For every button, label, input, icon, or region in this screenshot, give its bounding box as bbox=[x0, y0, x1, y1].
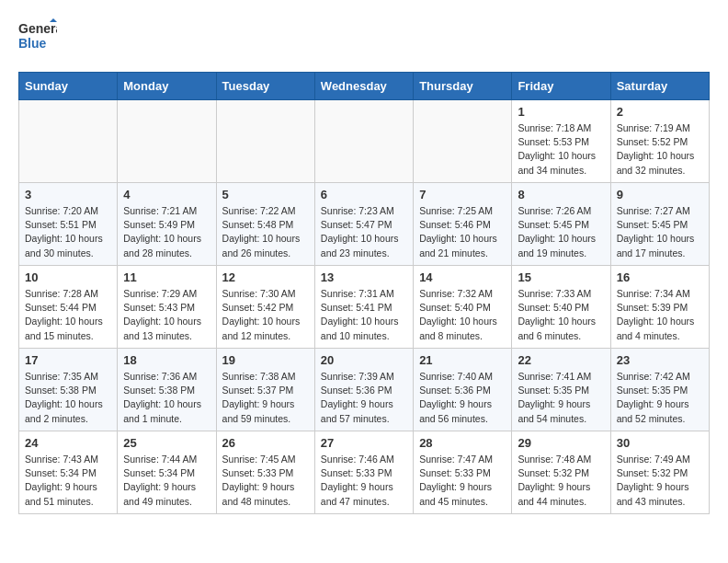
day-number: 29 bbox=[518, 436, 604, 450]
calendar-day: 27Sunrise: 7:46 AMSunset: 5:33 PMDayligh… bbox=[314, 431, 413, 514]
day-number: 13 bbox=[321, 270, 407, 284]
day-info: Sunrise: 7:23 AMSunset: 5:47 PMDaylight:… bbox=[321, 204, 407, 260]
day-info: Sunrise: 7:36 AMSunset: 5:38 PMDaylight:… bbox=[123, 370, 210, 426]
calendar-week-5: 24Sunrise: 7:43 AMSunset: 5:34 PMDayligh… bbox=[19, 431, 710, 514]
day-number: 22 bbox=[518, 353, 604, 367]
day-header-wednesday: Wednesday bbox=[314, 73, 413, 100]
day-info: Sunrise: 7:27 AMSunset: 5:45 PMDaylight:… bbox=[617, 204, 703, 260]
calendar-day bbox=[216, 100, 314, 183]
day-number: 18 bbox=[123, 353, 210, 367]
day-info: Sunrise: 7:21 AMSunset: 5:49 PMDaylight:… bbox=[123, 204, 210, 260]
day-info: Sunrise: 7:29 AMSunset: 5:43 PMDaylight:… bbox=[123, 287, 210, 343]
day-number: 8 bbox=[518, 188, 604, 201]
calendar-day: 21Sunrise: 7:40 AMSunset: 5:36 PMDayligh… bbox=[414, 349, 512, 431]
day-info: Sunrise: 7:47 AMSunset: 5:33 PMDaylight:… bbox=[419, 453, 506, 509]
calendar-day: 14Sunrise: 7:32 AMSunset: 5:40 PMDayligh… bbox=[414, 266, 512, 349]
day-info: Sunrise: 7:25 AMSunset: 5:46 PMDaylight:… bbox=[419, 204, 506, 260]
day-header-tuesday: Tuesday bbox=[216, 73, 314, 100]
day-header-saturday: Saturday bbox=[610, 73, 709, 100]
day-number: 9 bbox=[617, 188, 703, 201]
logo-svg: General Blue bbox=[18, 18, 57, 57]
day-number: 7 bbox=[419, 188, 506, 201]
logo: General Blue bbox=[18, 18, 57, 57]
day-number: 19 bbox=[222, 353, 309, 367]
day-number: 4 bbox=[123, 188, 210, 201]
calendar-day: 18Sunrise: 7:36 AMSunset: 5:38 PMDayligh… bbox=[118, 349, 216, 431]
day-number: 3 bbox=[25, 188, 111, 201]
calendar-day: 22Sunrise: 7:41 AMSunset: 5:35 PMDayligh… bbox=[512, 349, 610, 431]
calendar-day: 20Sunrise: 7:39 AMSunset: 5:36 PMDayligh… bbox=[314, 349, 413, 431]
calendar-day bbox=[414, 100, 512, 183]
calendar-week-3: 10Sunrise: 7:28 AMSunset: 5:44 PMDayligh… bbox=[19, 266, 710, 349]
day-number: 12 bbox=[222, 270, 309, 284]
day-number: 15 bbox=[518, 270, 604, 284]
calendar-day: 25Sunrise: 7:44 AMSunset: 5:34 PMDayligh… bbox=[118, 431, 216, 514]
day-number: 1 bbox=[518, 105, 604, 119]
day-info: Sunrise: 7:32 AMSunset: 5:40 PMDaylight:… bbox=[419, 287, 506, 343]
day-number: 27 bbox=[321, 436, 407, 450]
days-header-row: SundayMondayTuesdayWednesdayThursdayFrid… bbox=[19, 73, 710, 100]
day-info: Sunrise: 7:42 AMSunset: 5:35 PMDaylight:… bbox=[617, 370, 703, 426]
day-number: 6 bbox=[321, 188, 407, 201]
calendar-day: 16Sunrise: 7:34 AMSunset: 5:39 PMDayligh… bbox=[610, 266, 709, 349]
calendar-day: 7Sunrise: 7:25 AMSunset: 5:46 PMDaylight… bbox=[414, 183, 512, 266]
calendar-day: 11Sunrise: 7:29 AMSunset: 5:43 PMDayligh… bbox=[118, 266, 216, 349]
page-header: General Blue bbox=[18, 18, 710, 57]
day-number: 30 bbox=[617, 436, 703, 450]
day-number: 14 bbox=[419, 270, 506, 284]
day-number: 28 bbox=[419, 436, 506, 450]
day-number: 20 bbox=[321, 353, 407, 367]
calendar-day: 17Sunrise: 7:35 AMSunset: 5:38 PMDayligh… bbox=[19, 349, 118, 431]
day-info: Sunrise: 7:49 AMSunset: 5:32 PMDaylight:… bbox=[617, 453, 703, 509]
day-info: Sunrise: 7:43 AMSunset: 5:34 PMDaylight:… bbox=[25, 453, 111, 509]
calendar-day: 26Sunrise: 7:45 AMSunset: 5:33 PMDayligh… bbox=[216, 431, 314, 514]
day-info: Sunrise: 7:40 AMSunset: 5:36 PMDaylight:… bbox=[419, 370, 506, 426]
svg-marker-1 bbox=[50, 18, 57, 22]
day-info: Sunrise: 7:39 AMSunset: 5:36 PMDaylight:… bbox=[321, 370, 407, 426]
day-info: Sunrise: 7:30 AMSunset: 5:42 PMDaylight:… bbox=[222, 287, 309, 343]
calendar-day: 23Sunrise: 7:42 AMSunset: 5:35 PMDayligh… bbox=[610, 349, 709, 431]
calendar-day: 28Sunrise: 7:47 AMSunset: 5:33 PMDayligh… bbox=[414, 431, 512, 514]
day-info: Sunrise: 7:45 AMSunset: 5:33 PMDaylight:… bbox=[222, 453, 309, 509]
day-header-monday: Monday bbox=[118, 73, 216, 100]
day-number: 11 bbox=[123, 270, 210, 284]
day-number: 10 bbox=[25, 270, 111, 284]
calendar-day: 2Sunrise: 7:19 AMSunset: 5:52 PMDaylight… bbox=[610, 100, 709, 183]
calendar-week-1: 1Sunrise: 7:18 AMSunset: 5:53 PMDaylight… bbox=[19, 100, 710, 183]
day-info: Sunrise: 7:35 AMSunset: 5:38 PMDaylight:… bbox=[25, 370, 111, 426]
calendar-day bbox=[314, 100, 413, 183]
calendar-day: 19Sunrise: 7:38 AMSunset: 5:37 PMDayligh… bbox=[216, 349, 314, 431]
calendar-day: 30Sunrise: 7:49 AMSunset: 5:32 PMDayligh… bbox=[610, 431, 709, 514]
day-header-friday: Friday bbox=[512, 73, 610, 100]
calendar-week-4: 17Sunrise: 7:35 AMSunset: 5:38 PMDayligh… bbox=[19, 349, 710, 431]
calendar-day: 24Sunrise: 7:43 AMSunset: 5:34 PMDayligh… bbox=[19, 431, 118, 514]
calendar-day: 5Sunrise: 7:22 AMSunset: 5:48 PMDaylight… bbox=[216, 183, 314, 266]
day-info: Sunrise: 7:38 AMSunset: 5:37 PMDaylight:… bbox=[222, 370, 309, 426]
calendar-day: 8Sunrise: 7:26 AMSunset: 5:45 PMDaylight… bbox=[512, 183, 610, 266]
day-info: Sunrise: 7:20 AMSunset: 5:51 PMDaylight:… bbox=[25, 204, 111, 260]
calendar-day: 13Sunrise: 7:31 AMSunset: 5:41 PMDayligh… bbox=[314, 266, 413, 349]
day-info: Sunrise: 7:31 AMSunset: 5:41 PMDaylight:… bbox=[321, 287, 407, 343]
svg-text:General: General bbox=[18, 21, 57, 36]
calendar-day: 9Sunrise: 7:27 AMSunset: 5:45 PMDaylight… bbox=[610, 183, 709, 266]
calendar-week-2: 3Sunrise: 7:20 AMSunset: 5:51 PMDaylight… bbox=[19, 183, 710, 266]
day-info: Sunrise: 7:48 AMSunset: 5:32 PMDaylight:… bbox=[518, 453, 604, 509]
day-number: 21 bbox=[419, 353, 506, 367]
day-info: Sunrise: 7:22 AMSunset: 5:48 PMDaylight:… bbox=[222, 204, 309, 260]
day-info: Sunrise: 7:46 AMSunset: 5:33 PMDaylight:… bbox=[321, 453, 407, 509]
calendar-day: 12Sunrise: 7:30 AMSunset: 5:42 PMDayligh… bbox=[216, 266, 314, 349]
calendar-table: SundayMondayTuesdayWednesdayThursdayFrid… bbox=[18, 72, 710, 514]
day-number: 24 bbox=[25, 436, 111, 450]
day-number: 25 bbox=[123, 436, 210, 450]
day-number: 16 bbox=[617, 270, 703, 284]
calendar-day: 4Sunrise: 7:21 AMSunset: 5:49 PMDaylight… bbox=[118, 183, 216, 266]
calendar-day: 15Sunrise: 7:33 AMSunset: 5:40 PMDayligh… bbox=[512, 266, 610, 349]
calendar-day: 6Sunrise: 7:23 AMSunset: 5:47 PMDaylight… bbox=[314, 183, 413, 266]
day-number: 2 bbox=[617, 105, 703, 119]
day-info: Sunrise: 7:33 AMSunset: 5:40 PMDaylight:… bbox=[518, 287, 604, 343]
calendar-day: 10Sunrise: 7:28 AMSunset: 5:44 PMDayligh… bbox=[19, 266, 118, 349]
day-info: Sunrise: 7:44 AMSunset: 5:34 PMDaylight:… bbox=[123, 453, 210, 509]
day-number: 26 bbox=[222, 436, 309, 450]
calendar-day bbox=[118, 100, 216, 183]
day-info: Sunrise: 7:18 AMSunset: 5:53 PMDaylight:… bbox=[518, 121, 604, 178]
